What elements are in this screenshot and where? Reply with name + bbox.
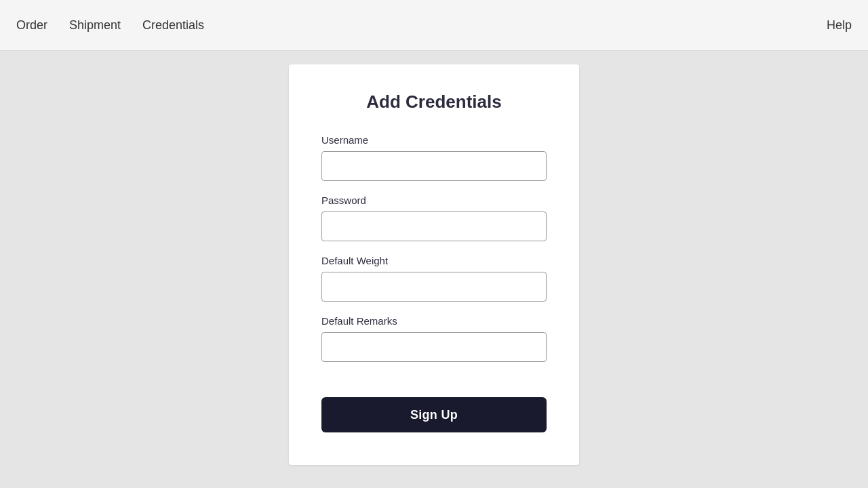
- nav-links: Order Shipment Credentials: [16, 18, 204, 33]
- nav-help[interactable]: Help: [827, 18, 852, 33]
- username-input[interactable]: [321, 151, 547, 181]
- main-content: Add Credentials Username Password Defaul…: [0, 51, 868, 488]
- default-weight-label: Default Weight: [321, 255, 547, 266]
- default-remarks-label: Default Remarks: [321, 315, 547, 327]
- nav-shipment[interactable]: Shipment: [69, 18, 121, 33]
- default-remarks-input[interactable]: [321, 332, 547, 362]
- default-remarks-group: Default Remarks: [321, 315, 547, 362]
- nav-order[interactable]: Order: [16, 18, 47, 33]
- nav-credentials[interactable]: Credentials: [142, 18, 204, 33]
- default-weight-group: Default Weight: [321, 255, 547, 302]
- username-group: Username: [321, 134, 547, 181]
- username-label: Username: [321, 134, 547, 146]
- default-weight-input[interactable]: [321, 272, 547, 302]
- credentials-card: Add Credentials Username Password Defaul…: [289, 64, 579, 465]
- card-title: Add Credentials: [321, 92, 547, 113]
- password-label: Password: [321, 195, 547, 206]
- navbar: Order Shipment Credentials Help: [0, 0, 868, 51]
- sign-up-button[interactable]: Sign Up: [321, 397, 547, 432]
- password-group: Password: [321, 195, 547, 241]
- password-input[interactable]: [321, 211, 547, 241]
